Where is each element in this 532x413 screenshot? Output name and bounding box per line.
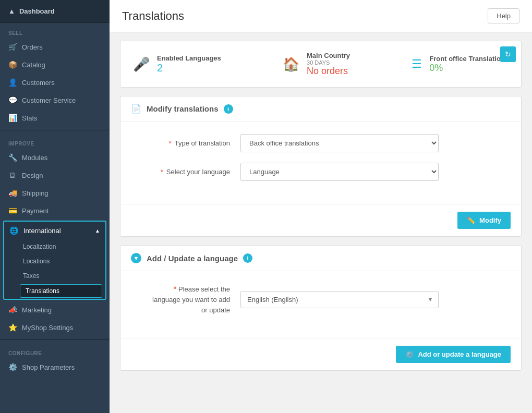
catalog-label: Catalog xyxy=(22,61,45,69)
front-office-value: 0% xyxy=(429,63,509,74)
modify-translations-card: 📄 Modify translations i * Type of transl… xyxy=(120,96,522,237)
shipping-label: Shipping xyxy=(22,189,49,197)
add-update-language-info[interactable]: i xyxy=(243,253,252,263)
customers-icon: 👤 xyxy=(8,78,17,87)
add-update-language-footer: ⚙️ Add or update a language xyxy=(120,338,521,370)
improve-section-label: IMPROVE xyxy=(0,133,110,149)
sidebar-item-modules[interactable]: 🔧 Modules xyxy=(0,149,110,166)
stats-label: Stats xyxy=(22,114,38,122)
add-update-language-body: * Please select the language you want to… xyxy=(120,271,521,338)
sidebar-item-stats[interactable]: 📊 Stats xyxy=(0,109,110,127)
add-language-select-wrapper: English (English) French (Français) Span… xyxy=(240,291,439,308)
customers-label: Customers xyxy=(22,79,55,87)
type-of-translation-select[interactable]: Back office translations Front office tr… xyxy=(240,134,439,152)
modify-translations-body: * Type of translation Back office transl… xyxy=(120,122,521,204)
sidebar-item-marketing[interactable]: 📣 Marketing xyxy=(0,301,110,319)
sidebar-item-payment[interactable]: 💳 Payment xyxy=(0,202,110,220)
international-group-header[interactable]: 🌐 International ▲ xyxy=(4,222,105,239)
orders-label: Orders xyxy=(22,43,43,51)
catalog-icon: 📦 xyxy=(8,60,17,69)
marketing-label: Marketing xyxy=(22,306,52,314)
help-button[interactable]: Help xyxy=(488,8,519,23)
modify-translations-info[interactable]: i xyxy=(224,104,233,114)
page-title: Translations xyxy=(122,9,184,23)
myshop-label: MyShop Settings xyxy=(22,324,73,332)
settings-icon: ⚙️ xyxy=(8,363,17,371)
enabled-languages-label: Enabled Languages xyxy=(157,54,221,62)
main-country-stat: 🏠 Main Country 30 DAYS No orders xyxy=(283,52,350,77)
shop-parameters-label: Shop Parameters xyxy=(22,363,75,371)
add-update-language-card: ▼ Add / Update a language i * Please sel… xyxy=(120,245,522,371)
list-icon: ☰ xyxy=(412,57,422,71)
collapse-icon: ▼ xyxy=(131,253,141,263)
add-language-row: * Please select the language you want to… xyxy=(136,284,505,315)
front-office-stat: ☰ Front office Translations 0% xyxy=(412,55,509,74)
enabled-languages-value: 2 xyxy=(157,62,221,74)
sidebar-item-myshop-settings[interactable]: ⭐ MyShop Settings xyxy=(0,319,110,336)
stats-card: 🎤 Enabled Languages 2 🏠 Main Country 30 … xyxy=(120,41,522,88)
design-icon: 🖥 xyxy=(8,171,17,179)
sidebar-item-customer-service[interactable]: 💬 Customer Service xyxy=(0,91,110,109)
modify-button[interactable]: ✏️ Modify xyxy=(457,212,511,229)
stats-icon: 📊 xyxy=(8,114,17,122)
main-country-label: Main Country xyxy=(307,52,350,59)
configure-section-label: CONFIGURE xyxy=(0,343,110,358)
add-update-language-button[interactable]: ⚙️ Add or update a language xyxy=(396,346,511,363)
sidebar: ▲ Dashboard SELL 🛒 Orders 📦 Catalog 👤 Cu… xyxy=(0,0,110,413)
language-select[interactable]: Language English (English) French (Franç… xyxy=(240,163,439,181)
sell-section-label: SELL xyxy=(0,23,110,38)
international-group: 🌐 International ▲ Localization Locations… xyxy=(3,221,106,300)
refresh-button[interactable]: ↻ xyxy=(500,46,516,62)
modules-icon: 🔧 xyxy=(8,153,17,162)
globe-icon: 🌐 xyxy=(9,226,18,235)
sidebar-item-shop-parameters[interactable]: ⚙️ Shop Parameters xyxy=(0,358,110,376)
add-update-language-title: Add / Update a language xyxy=(147,254,238,263)
main-country-sub: 30 DAYS xyxy=(307,59,350,66)
sidebar-item-taxes[interactable]: Taxes xyxy=(4,269,105,283)
modify-translations-header: 📄 Modify translations i xyxy=(120,96,521,122)
sidebar-item-shipping[interactable]: 🚚 Shipping xyxy=(0,184,110,202)
customer-service-label: Customer Service xyxy=(22,96,76,104)
sidebar-item-translations[interactable]: Translations xyxy=(20,284,102,298)
modify-translations-footer: ✏️ Modify xyxy=(120,204,521,236)
shipping-icon: 🚚 xyxy=(8,189,17,197)
chevron-up-icon: ▲ xyxy=(95,228,100,234)
payment-icon: 💳 xyxy=(8,207,17,215)
modules-label: Modules xyxy=(22,154,47,162)
language-select-label: * Select your language xyxy=(136,168,230,176)
international-label: International xyxy=(23,227,61,235)
sidebar-item-localization[interactable]: Localization xyxy=(4,239,105,254)
sidebar-item-catalog[interactable]: 📦 Catalog xyxy=(0,56,110,74)
modify-translations-title: Modify translations xyxy=(147,104,219,113)
type-of-translation-row: * Type of translation Back office transl… xyxy=(136,134,505,152)
dashboard-label: Dashboard xyxy=(19,7,55,15)
payment-label: Payment xyxy=(22,207,49,215)
type-of-translation-label: * Type of translation xyxy=(136,139,230,148)
dashboard-link[interactable]: ▲ Dashboard xyxy=(0,0,110,23)
mic-icon: 🎤 xyxy=(133,56,150,72)
front-office-label: Front office Translations xyxy=(429,55,509,63)
enabled-languages-stat: 🎤 Enabled Languages 2 xyxy=(133,54,221,74)
house-icon: 🏠 xyxy=(283,56,299,72)
main-body: 🎤 Enabled Languages 2 🏠 Main Country 30 … xyxy=(110,32,532,379)
sidebar-item-design[interactable]: 🖥 Design xyxy=(0,166,110,184)
marketing-icon: 📣 xyxy=(8,306,17,314)
sidebar-item-locations[interactable]: Locations xyxy=(4,254,105,269)
sidebar-item-customers[interactable]: 👤 Customers xyxy=(0,74,110,91)
dashboard-icon: ▲ xyxy=(8,7,15,15)
myshop-icon: ⭐ xyxy=(8,323,17,332)
orders-icon: 🛒 xyxy=(8,43,17,51)
sidebar-item-orders[interactable]: 🛒 Orders xyxy=(0,38,110,56)
no-orders-value: No orders xyxy=(307,66,350,77)
document-icon: 📄 xyxy=(131,104,141,114)
design-label: Design xyxy=(22,172,43,179)
gear-icon: ⚙️ xyxy=(405,350,414,358)
pencil-icon: ✏️ xyxy=(467,216,475,224)
customer-service-icon: 💬 xyxy=(8,96,17,104)
page-header: Translations Help xyxy=(110,0,532,32)
language-select-row: * Select your language Language English … xyxy=(136,163,505,181)
add-update-language-header[interactable]: ▼ Add / Update a language i xyxy=(120,246,521,271)
add-language-select[interactable]: English (English) French (Français) Span… xyxy=(240,291,439,308)
main-content: Translations Help 🎤 Enabled Languages 2 … xyxy=(110,0,532,413)
add-language-label: * Please select the language you want to… xyxy=(136,284,230,315)
